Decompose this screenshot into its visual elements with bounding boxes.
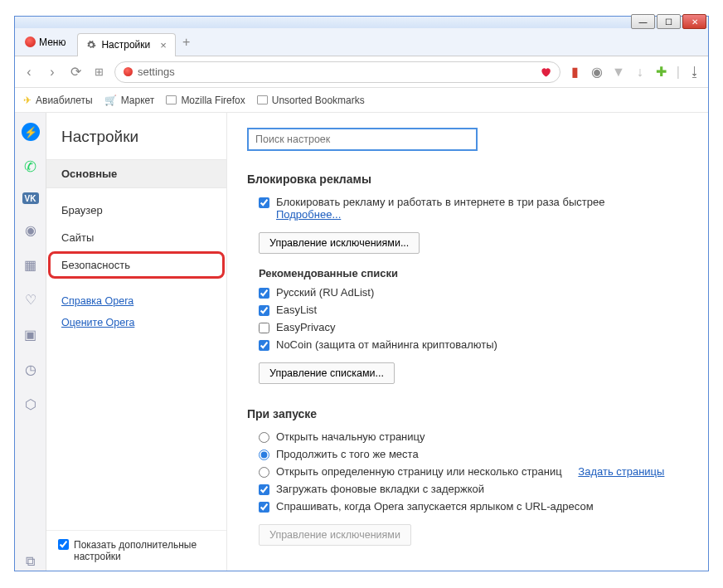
startup-open-start-radio[interactable]: [259, 432, 269, 443]
folder-icon: [166, 95, 177, 104]
manage-lists-button[interactable]: Управление списками...: [259, 362, 395, 384]
box-icon[interactable]: ⬡: [22, 395, 40, 413]
camera-icon[interactable]: ◉: [22, 221, 40, 239]
manage-exceptions-button[interactable]: Управление исключениями...: [259, 232, 420, 254]
vk-icon[interactable]: VK: [22, 192, 39, 204]
opera-logo-icon: [25, 36, 36, 47]
speed-dial-button[interactable]: ⊞: [91, 66, 106, 78]
startup-continue-radio[interactable]: [259, 450, 269, 460]
sidebar-item-sites[interactable]: Сайты: [46, 224, 226, 251]
site-icon: [124, 67, 133, 76]
tab-title: Настройки: [101, 39, 150, 51]
heart-rail-icon[interactable]: ♡: [22, 290, 40, 309]
clock-icon[interactable]: ◷: [22, 360, 40, 378]
address-input[interactable]: [138, 66, 535, 78]
messenger-icon[interactable]: ⚡: [22, 123, 40, 141]
sidebar-item-security[interactable]: Безопасность: [50, 253, 223, 277]
plane-icon: ✈: [23, 95, 32, 106]
ask-shortcut-checkbox[interactable]: [259, 502, 269, 513]
bookmarks-bar: ✈Авиабилеты 🛒Маркет Mozilla Firefox Unso…: [15, 88, 708, 113]
section-startup-title: При запуске: [247, 407, 688, 420]
downloads-icon[interactable]: ⭳: [688, 66, 701, 79]
settings-sidebar: Настройки Основные Браузер Сайты Безопас…: [46, 113, 227, 571]
grid-icon[interactable]: ▦: [22, 255, 40, 274]
section-adblock-title: Блокировка рекламы: [247, 173, 688, 186]
extension-icon-2[interactable]: ◉: [590, 66, 604, 79]
opera-menu-button[interactable]: Меню: [18, 33, 72, 51]
minimize-button[interactable]: ―: [631, 14, 655, 29]
close-button[interactable]: ✕: [682, 14, 706, 29]
tab-close-icon[interactable]: ×: [160, 39, 167, 51]
forward-button[interactable]: ›: [45, 65, 60, 80]
block-ads-label: Блокировать рекламу и работать в интерне…: [276, 196, 604, 208]
bookmark-item[interactable]: ✈Авиабилеты: [23, 95, 93, 106]
shield-icon[interactable]: ▼: [612, 66, 625, 79]
settings-content: Блокировка рекламы Блокировать рекламу и…: [227, 113, 708, 571]
show-advanced-checkbox[interactable]: [58, 539, 69, 550]
window-titlebar: ― ☐ ✕: [15, 17, 708, 28]
folder-icon: [257, 95, 268, 104]
list-nocoin-checkbox[interactable]: [259, 340, 269, 351]
news-icon[interactable]: ▣: [22, 325, 40, 343]
new-tab-button[interactable]: +: [182, 35, 190, 50]
bookmark-folder[interactable]: Mozilla Firefox: [166, 95, 245, 106]
background-tabs-checkbox[interactable]: [259, 484, 269, 495]
list-ru-checkbox[interactable]: [259, 288, 269, 299]
extension-icon-3[interactable]: ✚: [655, 66, 668, 79]
download-arrow-icon[interactable]: ↓: [633, 66, 647, 79]
address-bar[interactable]: [114, 61, 560, 83]
reload-button[interactable]: ⟳: [68, 64, 83, 80]
back-button[interactable]: ‹: [22, 65, 36, 80]
block-ads-checkbox[interactable]: [259, 197, 269, 208]
menu-label: Меню: [39, 36, 66, 48]
sidebar-item-basic[interactable]: Основные: [46, 160, 226, 187]
tab-settings[interactable]: Настройки ×: [77, 33, 175, 56]
sidebar-item-browser[interactable]: Браузер: [46, 197, 226, 224]
recommended-lists-title: Рекомендованные списки: [259, 267, 688, 279]
show-advanced-row[interactable]: Показать дополнительные настройки: [46, 530, 226, 571]
rate-link[interactable]: Оцените Opera: [46, 312, 226, 333]
expand-rail-icon[interactable]: ⧉: [22, 552, 40, 571]
startup-specific-radio[interactable]: [259, 467, 269, 478]
show-advanced-label: Показать дополнительные настройки: [74, 539, 215, 562]
bookmark-item[interactable]: 🛒Маркет: [104, 95, 155, 106]
set-pages-link[interactable]: Задать страницы: [578, 465, 664, 478]
toolbar: ‹ › ⟳ ⊞ ▮ ◉ ▼ ↓ ✚ | ⭳: [15, 56, 708, 88]
gear-icon: [86, 40, 96, 50]
cart-icon: 🛒: [104, 95, 117, 106]
startup-manage-exceptions-button[interactable]: Управление исключениями: [259, 524, 411, 546]
tab-strip: Меню Настройки × +: [15, 28, 708, 56]
heart-icon[interactable]: [540, 66, 551, 78]
side-rail: ⚡ ✆ VK ◉ ▦ ♡ ▣ ◷ ⬡ ⧉: [15, 113, 46, 571]
settings-heading: Настройки: [46, 123, 226, 159]
bookmark-folder[interactable]: Unsorted Bookmarks: [257, 95, 365, 106]
whatsapp-icon[interactable]: ✆: [22, 158, 40, 176]
maximize-button[interactable]: ☐: [657, 14, 681, 29]
extension-icon-1[interactable]: ▮: [569, 66, 582, 79]
adblock-more-link[interactable]: Подробнее...: [276, 208, 341, 221]
settings-search-input[interactable]: [247, 128, 478, 151]
help-link[interactable]: Справка Opera: [46, 290, 226, 312]
list-easyprivacy-checkbox[interactable]: [259, 323, 269, 333]
list-easylist-checkbox[interactable]: [259, 305, 269, 316]
